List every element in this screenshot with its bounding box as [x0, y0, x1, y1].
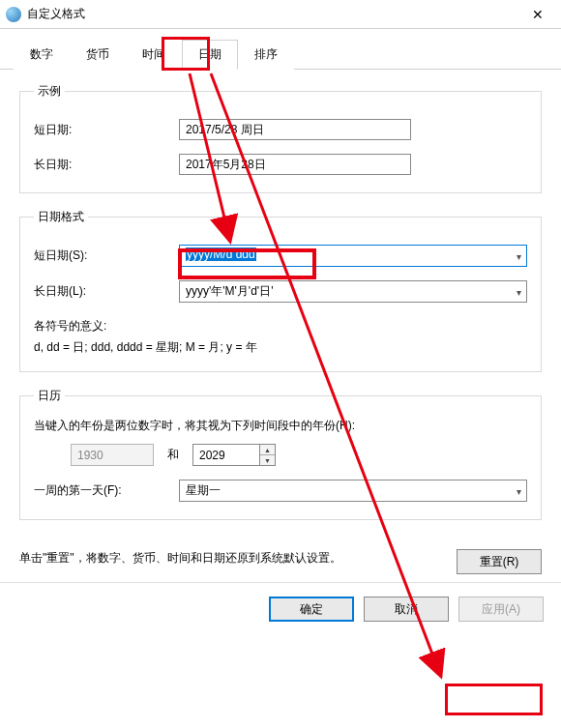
- spinner-down-icon[interactable]: ▼: [260, 455, 275, 465]
- short-date-format-value: yyyy/M/d ddd: [186, 248, 256, 261]
- dialog-button-row: 确定 取消 应用(A): [0, 582, 561, 635]
- tab-sort[interactable]: 排序: [238, 40, 294, 70]
- globe-icon: [6, 7, 21, 22]
- apply-button[interactable]: 应用(A): [458, 597, 544, 622]
- close-button[interactable]: ✕: [517, 0, 559, 29]
- tab-date[interactable]: 日期: [182, 40, 238, 70]
- and-label: 和: [167, 447, 179, 463]
- calendar-legend: 日历: [34, 388, 65, 404]
- long-date-example-label: 长日期:: [34, 157, 179, 173]
- date-format-group: 日期格式 短日期(S): yyyy/M/d ddd ▾ 长日期(L): yyyy…: [19, 209, 542, 372]
- calendar-group: 日历 当键入的年份是两位数字时，将其视为下列时间段中的年份(H): 和 ▲ ▼ …: [19, 388, 542, 520]
- year-start-input: [71, 444, 154, 466]
- long-date-format-combo[interactable]: yyyy'年'M'月'd'日' ▾: [179, 280, 527, 303]
- spinner-up-icon[interactable]: ▲: [260, 445, 275, 455]
- cancel-button[interactable]: 取消: [364, 597, 449, 622]
- annotation-apply-highlight: [445, 684, 543, 715]
- year-end-input[interactable]: [192, 444, 260, 466]
- footer-note-row: 单击"重置"，将数字、货币、时间和日期还原到系统默认设置。 重置(R): [0, 543, 561, 574]
- first-day-combo[interactable]: 星期一 ▾: [179, 480, 527, 502]
- reset-button[interactable]: 重置(R): [457, 549, 542, 574]
- short-date-format-combo[interactable]: yyyy/M/d ddd ▾: [179, 245, 527, 267]
- example-group: 示例 短日期: 长日期:: [19, 83, 542, 193]
- long-date-example-value: [179, 154, 411, 175]
- footer-note-text: 单击"重置"，将数字、货币、时间和日期还原到系统默认设置。: [19, 549, 439, 568]
- ok-button[interactable]: 确定: [269, 597, 354, 622]
- tab-number[interactable]: 数字: [14, 40, 70, 70]
- tab-time[interactable]: 时间: [126, 40, 182, 70]
- symbol-meaning: 各符号的意义: d, dd = 日; ddd, dddd = 星期; M = 月…: [34, 316, 527, 358]
- short-date-example-label: 短日期:: [34, 122, 179, 138]
- short-date-format-input[interactable]: yyyy/M/d ddd: [179, 245, 527, 267]
- year-end-spinner[interactable]: ▲ ▼: [260, 444, 276, 466]
- tab-currency[interactable]: 货币: [70, 40, 126, 70]
- tab-strip: 数字 货币 时间 日期 排序: [0, 29, 561, 70]
- symbol-meaning-text: d, dd = 日; ddd, dddd = 星期; M = 月; y = 年: [34, 337, 527, 359]
- first-day-label: 一周的第一天(F):: [34, 482, 179, 499]
- tab-content: 示例 短日期: 长日期: 日期格式 短日期(S): yyyy/M/d ddd ▾…: [0, 70, 561, 543]
- example-legend: 示例: [34, 83, 65, 100]
- two-digit-year-label: 当键入的年份是两位数字时，将其视为下列时间段中的年份(H):: [34, 418, 527, 434]
- short-date-example-value: [179, 119, 411, 140]
- short-date-format-label: 短日期(S):: [34, 248, 179, 264]
- long-date-format-value[interactable]: yyyy'年'M'月'd'日': [179, 280, 527, 303]
- titlebar: 自定义格式 ✕: [0, 0, 561, 29]
- symbol-meaning-label: 各符号的意义:: [34, 316, 527, 337]
- first-day-value[interactable]: 星期一: [179, 480, 527, 502]
- long-date-format-label: 长日期(L):: [34, 283, 179, 300]
- window-title: 自定义格式: [27, 6, 517, 22]
- date-format-legend: 日期格式: [34, 209, 88, 225]
